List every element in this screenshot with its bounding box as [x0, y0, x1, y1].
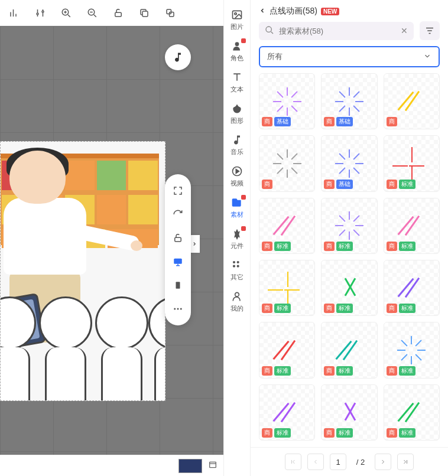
asset-tile[interactable]: 商标准	[259, 260, 315, 316]
badge-shang: 商	[262, 117, 272, 126]
nav-label: 角色	[231, 54, 244, 63]
unlock-icon[interactable]	[112, 7, 124, 19]
asset-tile[interactable]: 商标准	[321, 322, 377, 378]
video-icon	[231, 165, 244, 178]
asset-tile[interactable]: 商标准	[321, 260, 377, 316]
more-icon[interactable]	[172, 303, 184, 315]
asset-tile[interactable]: 商	[259, 135, 315, 191]
svg-point-14	[235, 13, 236, 15]
page-next[interactable]	[375, 454, 391, 470]
badge-shang: 商	[262, 304, 272, 313]
page-last[interactable]	[397, 454, 414, 470]
mobile-icon[interactable]	[172, 279, 184, 291]
badge-biaozhun: 标准	[399, 242, 415, 251]
asset-tile[interactable]: 商标准	[384, 384, 440, 441]
asset-tile[interactable]: 商标准	[384, 322, 440, 378]
nav-label: 其它	[231, 273, 244, 282]
asset-tile[interactable]: 商标准	[259, 198, 315, 254]
asset-tile[interactable]: 商标准	[259, 384, 315, 441]
badge-shang: 商	[262, 242, 272, 251]
nav-text[interactable]: 文本	[231, 71, 244, 94]
badge-biaozhun: 标准	[274, 428, 291, 438]
music-icon	[231, 133, 244, 146]
nav-image[interactable]: 图片	[231, 8, 244, 31]
asset-tile[interactable]: 商	[384, 73, 440, 129]
desktop-icon[interactable]	[172, 256, 184, 268]
asset-gallery[interactable]: 商基础商基础商商商基础商标准商标准商标准商标准商标准商标准商标准商标准商标准商标…	[251, 73, 448, 447]
badge-shang: 商	[387, 242, 397, 251]
asset-tile[interactable]: 商标准	[384, 260, 440, 316]
svg-rect-6	[175, 237, 181, 242]
page-current: 1	[330, 454, 346, 470]
asset-tile[interactable]: 商基础	[259, 73, 315, 129]
fullscreen-icon[interactable]	[172, 185, 184, 197]
svg-rect-12	[210, 462, 216, 467]
badge-shang: 商	[324, 117, 335, 126]
zoom-in-icon[interactable]	[60, 7, 72, 19]
nav-material[interactable]: 素材	[231, 196, 244, 219]
badge-jichu: 基础	[336, 117, 353, 126]
nav-music[interactable]: 音乐	[231, 133, 244, 157]
window-icon[interactable]	[208, 460, 217, 471]
stage[interactable]	[0, 141, 165, 401]
bar-chart-icon[interactable]	[8, 7, 20, 19]
text-icon	[231, 71, 244, 84]
badge-biaozhun: 标准	[336, 304, 353, 313]
nav-shape[interactable]: 图形	[231, 102, 244, 125]
nav-role[interactable]: 角色	[231, 40, 244, 63]
nav-other[interactable]: 其它	[231, 259, 244, 282]
back-button[interactable]	[259, 6, 266, 16]
asset-tile[interactable]: 商基础	[321, 73, 377, 129]
sliders-icon[interactable]	[34, 7, 46, 19]
category-dropdown[interactable]: 所有	[259, 46, 440, 67]
badge-biaozhun: 标准	[336, 242, 353, 251]
clear-icon[interactable]: ✕	[401, 26, 408, 35]
search-icon	[265, 25, 274, 37]
nav-label: 素材	[231, 210, 244, 219]
search-input[interactable]	[279, 27, 396, 35]
nav-label: 文本	[231, 85, 244, 94]
svg-point-21	[235, 292, 239, 296]
svg-point-15	[235, 42, 239, 46]
badge-biaozhun: 标准	[399, 304, 415, 313]
page-first[interactable]	[285, 454, 301, 470]
search-box[interactable]: ✕	[259, 22, 414, 40]
asset-tile[interactable]: 商标准	[321, 198, 377, 254]
new-dot	[241, 195, 246, 200]
svg-point-22	[266, 27, 271, 32]
paste-icon[interactable]	[164, 7, 176, 19]
copy-icon[interactable]	[138, 7, 150, 19]
asset-tile[interactable]: 商标准	[384, 198, 440, 254]
panel-title: 点线动画(58)	[270, 6, 317, 17]
badge-shang: 商	[324, 428, 335, 438]
asset-tile[interactable]: 商标准	[259, 322, 315, 378]
badge-shang: 商	[387, 180, 397, 189]
rotate-icon[interactable]	[172, 208, 184, 220]
svg-rect-2	[115, 12, 122, 17]
nav-label: 视频	[231, 179, 244, 188]
badge-biaozhun: 标准	[274, 242, 291, 251]
nav-label: 我的	[231, 304, 244, 313]
page-total: / 2	[352, 454, 369, 470]
asset-tile[interactable]: 商基础	[321, 135, 377, 191]
svg-point-18	[237, 261, 239, 263]
nav-component[interactable]: 元件	[231, 227, 244, 250]
nav-mine[interactable]: 我的	[231, 290, 244, 313]
badge-biaozhun: 标准	[336, 428, 353, 438]
music-button[interactable]	[165, 44, 191, 70]
asset-tile[interactable]: 商标准	[384, 135, 440, 191]
svg-point-19	[233, 265, 235, 268]
asset-tile[interactable]: 商标准	[321, 384, 377, 441]
filter-button[interactable]	[420, 21, 440, 40]
nav-rail: 图片角色文本图形音乐视频素材元件其它我的	[223, 0, 251, 476]
svg-rect-7	[174, 259, 182, 264]
page-prev[interactable]	[307, 454, 324, 470]
zoom-out-icon[interactable]	[86, 7, 98, 19]
scene-thumbnail[interactable]	[178, 459, 202, 473]
unlock-icon[interactable]	[172, 232, 184, 244]
svg-point-11	[180, 308, 182, 310]
nav-label: 图形	[231, 116, 244, 125]
badge-shang: 商	[324, 180, 335, 189]
canvas-area	[0, 0, 223, 476]
nav-video[interactable]: 视频	[231, 165, 244, 188]
